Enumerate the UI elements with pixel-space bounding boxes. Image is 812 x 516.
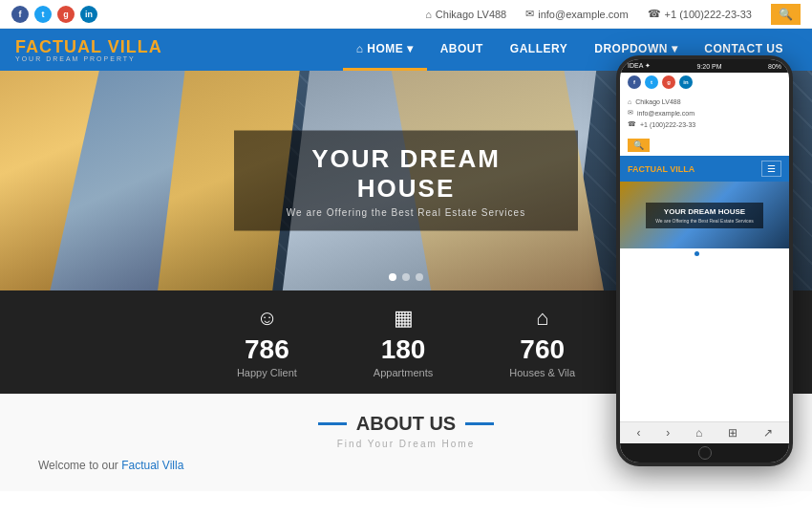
address-info: ⌂ Chikago LV488 (425, 9, 506, 20)
nav-about[interactable]: ABOUT (427, 29, 497, 71)
house-icon: ⌂ (509, 306, 575, 331)
nav-gallery[interactable]: GALLERY (497, 29, 581, 71)
logo-accent: VILLA (108, 37, 162, 56)
mobile-hero-title: YOUR DREAM HOUSE (655, 207, 754, 216)
mobile-status-bar: IDEA ✦ 9:20 PM 80% (620, 59, 789, 73)
dot-3[interactable] (416, 273, 423, 281)
mobile-menu-button[interactable]: ☰ (761, 161, 781, 177)
phone-icon: ☎ (648, 8, 661, 20)
mobile-nav: FACTUAL VILLA ☰ (620, 156, 789, 182)
mobile-li[interactable]: in (679, 75, 693, 89)
mobile-logo: FACTUAL VILLA (628, 164, 694, 174)
hero-dots (389, 273, 423, 281)
hero-title: YOUR DREAM HOUSE (272, 144, 540, 204)
mobile-gp[interactable]: g (662, 75, 675, 89)
email-info: ✉ info@example.com (525, 8, 628, 20)
mobile-home-icon: ⌂ (628, 98, 631, 105)
hero-text-box: YOUR DREAM HOUSE We are Offering the Bes… (234, 131, 578, 231)
apartment-icon: ▦ (374, 306, 433, 331)
contact-info: ⌂ Chikago LV488 ✉ info@example.com ☎ +1 … (425, 4, 801, 25)
mobile-contact-info: ⌂ Chikago LV488 ✉ info@example.com ☎ +1 … (620, 92, 789, 135)
happy-icon: ☺ (237, 306, 297, 331)
stat-number-houses: 760 (509, 334, 575, 365)
stat-number-client: 786 (237, 334, 297, 365)
linkedin-icon[interactable]: in (80, 6, 97, 23)
mobile-fb[interactable]: f (628, 75, 641, 89)
stat-happy-client: ☺ 786 Happy Client (237, 306, 297, 378)
home-icon: ⌂ (425, 9, 432, 20)
mobile-search-row: 🔍 (620, 135, 789, 156)
mobile-hero-text: YOUR DREAM HOUSE We are Offering the Bes… (646, 203, 763, 228)
stat-houses: ⌂ 760 Houses & Vila (509, 306, 575, 378)
stat-apartments: ▦ 180 Appartments (374, 306, 433, 378)
mobile-hero: YOUR DREAM HOUSE We are Offering the Bes… (620, 182, 789, 248)
mobile-share-icon[interactable]: ↗ (763, 426, 773, 440)
mobile-dot-2[interactable] (702, 251, 707, 256)
stat-label-apt: Appartments (374, 367, 433, 378)
mobile-email-icon: ✉ (628, 109, 633, 117)
mobile-mockup: IDEA ✦ 9:20 PM 80% f t g in ⌂ Chikago LV… (616, 55, 793, 466)
social-links: f t g in (11, 6, 97, 23)
logo: FACTUAL VILLA YOUR DREAM PROPERTY (15, 37, 162, 62)
mobile-forward-icon[interactable]: › (666, 426, 670, 440)
dot-2[interactable] (402, 273, 410, 281)
mobile-hero-sub: We are Offering the Best Real Estate Ser… (655, 218, 754, 224)
factual-villa-link[interactable]: Factual Villa (121, 459, 183, 472)
mobile-home-indicator (620, 443, 789, 462)
mobile-dot-3[interactable] (710, 251, 715, 256)
hero-subtitle: We are Offering the Best Real Estate Ser… (272, 207, 540, 218)
mobile-back-icon[interactable]: ‹ (636, 426, 640, 440)
mobile-home-nav-icon[interactable]: ⌂ (695, 426, 702, 440)
mobile-phone-icon: ☎ (628, 120, 636, 128)
mobile-social: f t g in (620, 73, 789, 92)
twitter-icon[interactable]: t (34, 6, 52, 23)
mobile-screen: IDEA ✦ 9:20 PM 80% f t g in ⌂ Chikago LV… (620, 59, 789, 462)
mobile-grid-icon[interactable]: ⊞ (728, 426, 737, 440)
nav-home[interactable]: ⌂ HOME ▾ (343, 29, 427, 71)
stat-label-client: Happy Client (237, 367, 297, 378)
mobile-search-button[interactable]: 🔍 (628, 139, 650, 152)
mobile-home-circle[interactable] (698, 446, 712, 460)
phone-info: ☎ +1 (100)222-23-33 (648, 8, 752, 20)
search-button[interactable]: 🔍 (771, 4, 801, 25)
facebook-icon[interactable]: f (11, 6, 29, 23)
stat-number-apt: 180 (374, 334, 433, 365)
mobile-dot-1[interactable] (694, 251, 699, 256)
email-icon: ✉ (525, 8, 534, 20)
mobile-bottom-nav: ‹ › ⌂ ⊞ ↗ (620, 421, 789, 443)
mobile-dots (620, 248, 789, 259)
mobile-tw[interactable]: t (645, 75, 658, 89)
top-bar: f t g in ⌂ Chikago LV488 ✉ info@example.… (0, 0, 812, 29)
stat-label-houses: Houses & Vila (509, 367, 575, 378)
dot-1[interactable] (389, 273, 396, 281)
google-icon[interactable]: g (57, 6, 75, 23)
